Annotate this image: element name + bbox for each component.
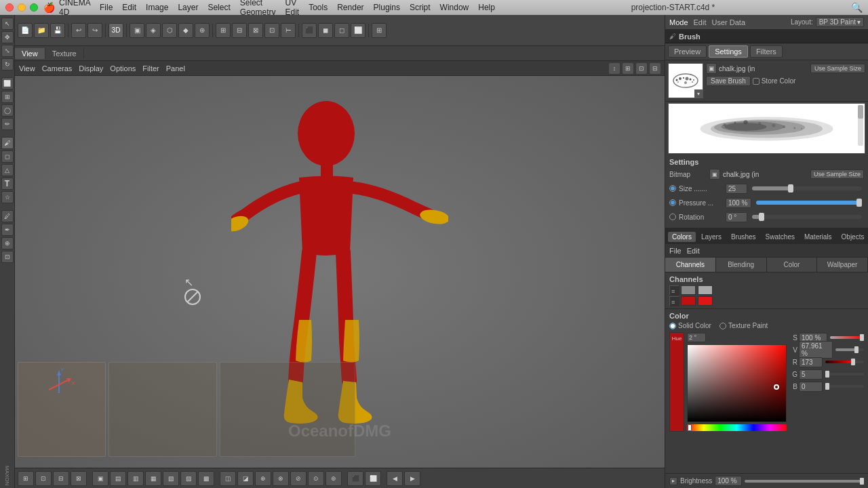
- tb-select5-btn[interactable]: ⊛: [195, 23, 210, 38]
- tb-open-btn[interactable]: 📁: [34, 23, 49, 38]
- bt-btn-1[interactable]: ⊞: [18, 471, 34, 486]
- channel-swatch-red2[interactable]: [698, 296, 713, 306]
- r-slider[interactable]: [825, 361, 864, 363]
- use-sample-size-button[interactable]: Use Sample Size: [810, 64, 865, 73]
- pressure-value[interactable]: 100 %: [726, 198, 751, 208]
- brightness-slider-thumb[interactable]: [860, 478, 864, 485]
- tb-view2-btn[interactable]: ◼: [318, 23, 333, 38]
- lt-paint-btn[interactable]: 🖊: [1, 210, 14, 222]
- brightness-expand-icon[interactable]: ▸: [669, 477, 677, 485]
- colors-tab-layers[interactable]: Layers: [697, 232, 726, 242]
- lt-text-btn[interactable]: T: [1, 178, 14, 190]
- menu-select[interactable]: Select: [208, 3, 230, 12]
- menu-window[interactable]: Window: [440, 3, 469, 12]
- brush-preview-scrollthumb[interactable]: [858, 105, 863, 119]
- brightness-value-input[interactable]: 100 %: [715, 476, 742, 486]
- bt-btn-5[interactable]: ▣: [92, 471, 108, 486]
- brush-thumb-arrow[interactable]: ▾: [694, 89, 703, 98]
- vp-menu-display[interactable]: Display: [79, 64, 103, 73]
- menu-script[interactable]: Script: [410, 3, 431, 12]
- save-brush-button[interactable]: Save Brush: [706, 76, 751, 86]
- colors-tab-brushes[interactable]: Brushes: [727, 232, 760, 242]
- g-slider-thumb[interactable]: [825, 371, 829, 378]
- tb-snap3-btn[interactable]: ⊠: [248, 23, 263, 38]
- tb-view4-btn[interactable]: ⬜: [351, 23, 366, 38]
- menu-image[interactable]: Image: [146, 3, 168, 12]
- v-slider-thumb[interactable]: [854, 346, 859, 353]
- bt-btn-22[interactable]: ▶: [404, 471, 420, 486]
- tb-snap4-btn[interactable]: ⊡: [264, 23, 279, 38]
- tb-snap2-btn[interactable]: ⊟: [232, 23, 247, 38]
- rotation-value[interactable]: 0 °: [726, 212, 747, 222]
- s-slider-thumb[interactable]: [860, 334, 864, 341]
- bt-btn-11[interactable]: ▩: [198, 471, 214, 486]
- g-slider[interactable]: [825, 373, 864, 375]
- tb-select2-btn[interactable]: ◈: [146, 23, 161, 38]
- brush-tab-filters[interactable]: Filters: [750, 45, 783, 58]
- tb-render-btn[interactable]: 3D: [108, 23, 123, 38]
- size-slider-thumb[interactable]: [788, 184, 793, 192]
- vp-icon-2[interactable]: ⊞: [623, 63, 633, 74]
- rotation-radio[interactable]: [669, 214, 676, 220]
- menu-help[interactable]: Help: [478, 3, 495, 12]
- search-icon[interactable]: 🔍: [851, 2, 863, 13]
- lt-zoom-btn[interactable]: ⊕: [1, 237, 14, 249]
- cs-tab-blending[interactable]: Blending: [716, 258, 767, 272]
- minimize-button[interactable]: [18, 3, 26, 12]
- brush-tab-preview[interactable]: Preview: [668, 45, 707, 58]
- menu-layer[interactable]: Layer: [178, 3, 198, 12]
- texture-paint-option[interactable]: Texture Paint: [719, 322, 768, 329]
- vp-menu-filter[interactable]: Filter: [142, 64, 159, 73]
- brush-preview-scrollbar[interactable]: [858, 105, 863, 146]
- tb-select3-btn[interactable]: ⬡: [162, 23, 177, 38]
- lt-star-btn[interactable]: ☆: [1, 191, 14, 203]
- bt-btn-18[interactable]: ⊚: [326, 471, 342, 486]
- size-radio[interactable]: [669, 185, 676, 192]
- lt-sample-btn[interactable]: ✒: [1, 224, 14, 236]
- bt-btn-10[interactable]: ▨: [180, 471, 197, 486]
- bt-btn-21[interactable]: ◀: [387, 471, 403, 486]
- v-slider[interactable]: [835, 348, 864, 351]
- lt-tool1-btn[interactable]: ⬜: [1, 77, 14, 89]
- menu-render[interactable]: Render: [337, 3, 363, 12]
- lt-tool4-btn[interactable]: ✏: [1, 118, 14, 130]
- bt-btn-14[interactable]: ⊕: [255, 471, 271, 486]
- layout-dropdown[interactable]: BP 3D Paint▾: [816, 17, 864, 27]
- solid-color-option[interactable]: Solid Color: [669, 322, 711, 329]
- bt-btn-3[interactable]: ⊟: [53, 471, 69, 486]
- lt-rotate-btn[interactable]: ↻: [1, 58, 14, 70]
- bt-btn-16[interactable]: ⊘: [290, 471, 307, 486]
- b-slider[interactable]: [825, 385, 864, 388]
- lt-tool3-btn[interactable]: ◯: [1, 104, 14, 117]
- mode-tab-userdata[interactable]: User Data: [712, 18, 746, 26]
- bt-btn-4[interactable]: ⊠: [71, 471, 87, 486]
- lt-eraser-btn[interactable]: ◻: [1, 150, 14, 163]
- bt-btn-20[interactable]: ⬜: [365, 471, 381, 486]
- bt-btn-6[interactable]: ▤: [110, 471, 126, 486]
- b-value-input[interactable]: 0: [799, 382, 823, 392]
- colors-tab-objects[interactable]: Objects: [837, 232, 868, 242]
- pressure-slider[interactable]: [756, 201, 862, 205]
- vp-icon-1[interactable]: ↕: [609, 63, 620, 74]
- tb-select4-btn[interactable]: ◆: [178, 23, 193, 38]
- tb-view1-btn[interactable]: ⬛: [302, 23, 317, 38]
- rotation-slider-thumb[interactable]: [759, 213, 764, 221]
- hue-slider-thumb[interactable]: [688, 424, 692, 431]
- cs-tab-color[interactable]: Color: [767, 258, 818, 272]
- channel-icon-1[interactable]: ≡: [669, 285, 679, 295]
- tb-new-btn[interactable]: 📄: [18, 23, 33, 38]
- bt-btn-7[interactable]: ▥: [127, 471, 144, 486]
- menu-tools[interactable]: Tools: [309, 3, 328, 12]
- s-slider[interactable]: [830, 336, 864, 339]
- mode-tab-edit[interactable]: Edit: [694, 18, 707, 26]
- use-sample-size-btn-2[interactable]: Use Sample Size: [810, 169, 864, 179]
- solid-color-radio[interactable]: [669, 323, 676, 329]
- channel-swatch-red[interactable]: [681, 296, 696, 306]
- size-value[interactable]: 25: [726, 184, 747, 194]
- lt-crop-btn[interactable]: ⊡: [1, 251, 14, 263]
- lt-select-btn[interactable]: ↖: [1, 18, 14, 30]
- hue-value-input[interactable]: 2 °: [687, 333, 706, 342]
- size-slider[interactable]: [752, 186, 862, 190]
- lt-brush-btn[interactable]: 🖌: [1, 137, 14, 149]
- bt-btn-8[interactable]: ▦: [145, 471, 161, 486]
